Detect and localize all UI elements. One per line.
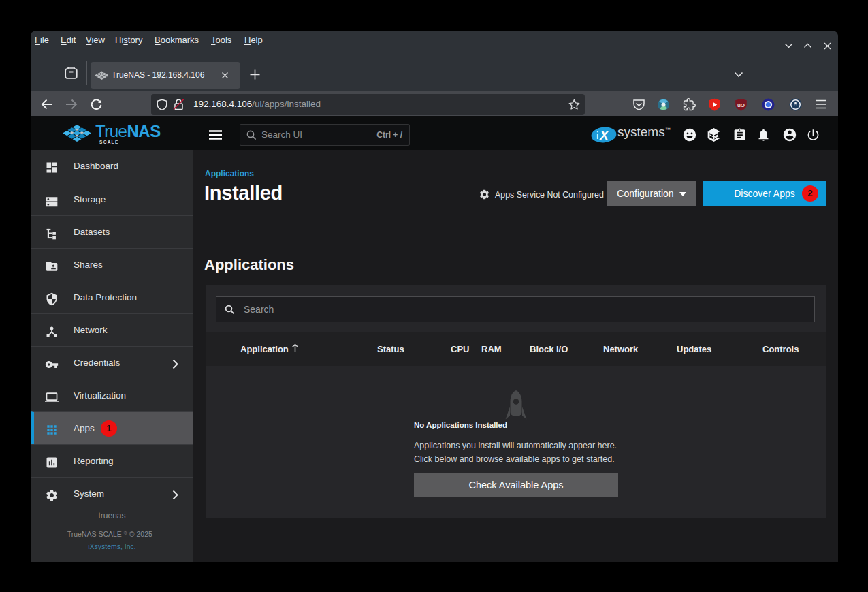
svg-text:uO: uO — [737, 102, 745, 108]
svg-text:i: i — [596, 129, 598, 141]
svg-text:X: X — [599, 128, 609, 142]
